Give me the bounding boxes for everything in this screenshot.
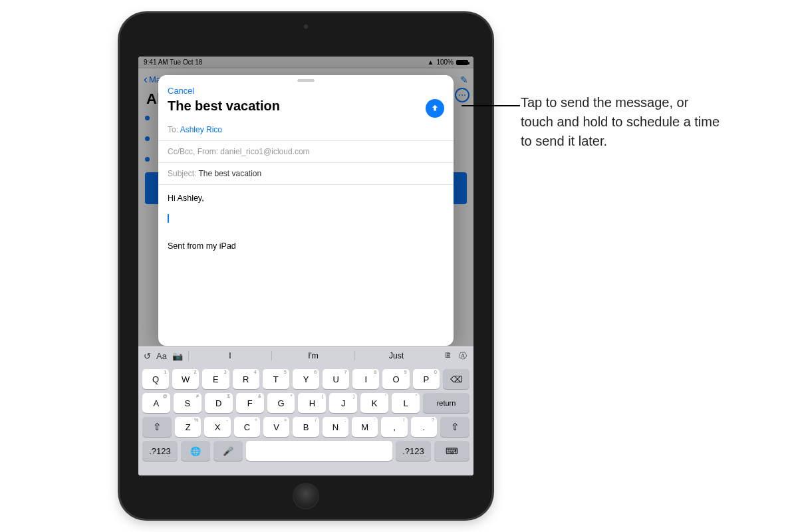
- mode-key-right[interactable]: .?123: [396, 441, 431, 461]
- key-c[interactable]: C+: [234, 417, 260, 437]
- front-camera: [303, 24, 309, 29]
- suggestion-3[interactable]: Just: [354, 351, 438, 360]
- key-k[interactable]: K': [360, 393, 388, 413]
- key-u[interactable]: U7: [323, 369, 349, 389]
- subject-value: The best vacation: [198, 169, 261, 178]
- ccbcc-from-field[interactable]: Cc/Bcc, From: daniel_rico1@icloud.com: [158, 141, 454, 163]
- handwriting-icon[interactable]: Ⓐ: [459, 350, 467, 362]
- dictation-key[interactable]: 🎤: [213, 441, 243, 461]
- body-greeting: Hi Ashley,: [168, 192, 444, 205]
- subject-field[interactable]: Subject: The best vacation: [158, 163, 454, 185]
- to-field[interactable]: To: Ashley Rico: [158, 119, 454, 141]
- message-body[interactable]: Hi Ashley, Sent from my iPad: [158, 185, 454, 346]
- compose-title: The best vacation: [158, 96, 454, 119]
- undo-icon[interactable]: ↺: [144, 351, 151, 361]
- suggestion-1[interactable]: I: [188, 351, 271, 360]
- globe-key[interactable]: 🌐: [181, 441, 210, 461]
- key-r[interactable]: R4: [233, 369, 259, 389]
- key-h[interactable]: H(: [298, 393, 326, 413]
- mode-key-left[interactable]: .?123: [142, 441, 178, 461]
- key-n[interactable]: N;: [323, 417, 348, 437]
- key-p[interactable]: P0: [413, 369, 440, 389]
- ipad-frame: 9:41 AM Tue Oct 18 ▲ 100% ‹ Mailboxes Ed…: [120, 13, 492, 519]
- key-g[interactable]: G*: [267, 393, 295, 413]
- key-j[interactable]: J): [329, 393, 357, 413]
- key-y[interactable]: Y6: [293, 369, 319, 389]
- shift-key-right[interactable]: ⇧: [440, 417, 469, 437]
- suggestion-2[interactable]: I'm: [271, 351, 354, 360]
- key-m[interactable]: M:: [352, 417, 378, 437]
- key-z[interactable]: Z%: [175, 417, 201, 437]
- body-signature: Sent from my iPad: [168, 239, 444, 253]
- dismiss-keyboard-key[interactable]: ⌨: [434, 441, 469, 461]
- key-q[interactable]: Q1: [142, 369, 169, 389]
- send-button[interactable]: [426, 99, 444, 118]
- camera-icon[interactable]: 📷: [172, 351, 183, 361]
- key-.[interactable]: .?: [411, 417, 437, 437]
- to-value: Ashley Rico: [180, 125, 222, 134]
- annotation-text: Tap to send the message, or touch and ho…: [521, 93, 720, 151]
- cancel-button[interactable]: Cancel: [158, 82, 454, 96]
- subject-label: Subject:: [168, 169, 196, 178]
- key-s[interactable]: S#: [174, 393, 201, 413]
- suggestion-bar: ↺ Aa 📷 I I'm Just 🗎 Ⓐ: [138, 346, 473, 365]
- key-t[interactable]: T5: [263, 369, 289, 389]
- return-key[interactable]: return: [423, 393, 469, 413]
- spacebar[interactable]: [246, 441, 392, 461]
- compose-sheet: Cancel The best vacation To: Ashley Rico…: [158, 75, 454, 346]
- backspace-key[interactable]: ⌫: [443, 369, 469, 389]
- arrow-up-icon: [430, 104, 440, 113]
- annotation-leader-line: [462, 105, 520, 106]
- key-a[interactable]: A@: [142, 393, 170, 413]
- key-e[interactable]: E3: [202, 369, 229, 389]
- key-w[interactable]: W2: [172, 369, 199, 389]
- text-format-icon[interactable]: Aa: [156, 351, 167, 361]
- scan-doc-icon[interactable]: 🗎: [444, 350, 452, 362]
- screen: 9:41 AM Tue Oct 18 ▲ 100% ‹ Mailboxes Ed…: [138, 57, 473, 475]
- key-i[interactable]: I8: [352, 369, 379, 389]
- key-d[interactable]: D$: [205, 393, 233, 413]
- onscreen-keyboard: ↺ Aa 📷 I I'm Just 🗎 Ⓐ Q1W2E3R4T5Y6U7I8O9…: [138, 346, 473, 475]
- key-x[interactable]: X-: [204, 417, 230, 437]
- home-button[interactable]: [293, 483, 319, 509]
- key-o[interactable]: O9: [382, 369, 409, 389]
- key-v[interactable]: V=: [263, 417, 289, 437]
- key-f[interactable]: F&: [236, 393, 264, 413]
- key-,[interactable]: ,!: [381, 417, 407, 437]
- to-label: To:: [168, 125, 178, 134]
- text-cursor: [168, 214, 169, 223]
- key-b[interactable]: B/: [293, 417, 319, 437]
- key-l[interactable]: L": [392, 393, 420, 413]
- shift-key[interactable]: ⇧: [142, 417, 172, 437]
